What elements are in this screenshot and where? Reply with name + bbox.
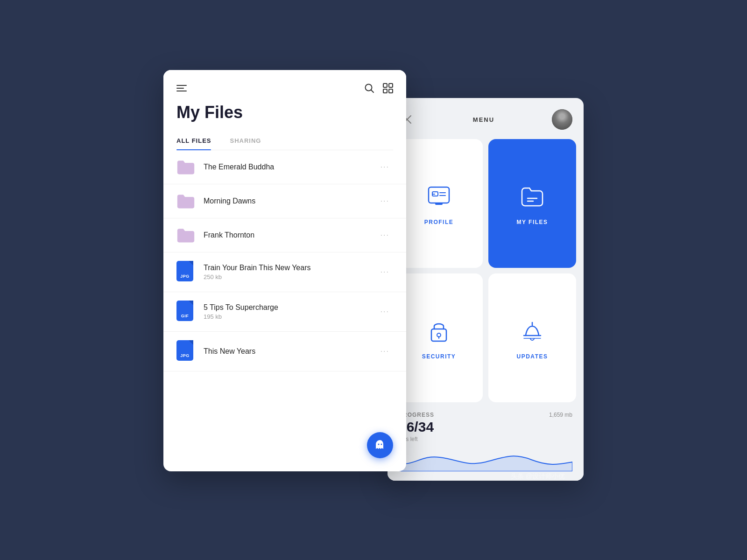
svg-rect-4 — [383, 89, 387, 93]
ghost-icon — [374, 439, 387, 452]
more-options-button[interactable]: ··· — [377, 195, 393, 207]
file-badge-gif: GIF — [176, 301, 195, 323]
watermark: 头条 @设计师小优 — [511, 472, 565, 481]
tab-all-files[interactable]: ALL FILES — [176, 132, 211, 150]
list-item[interactable]: JPG This New Years ··· — [163, 332, 406, 371]
progress-wave — [399, 448, 572, 471]
file-info: Morning Dawns — [204, 197, 377, 205]
panel-header: My Files ALL FILES SHARING — [163, 70, 406, 150]
folder-icon — [176, 159, 195, 175]
my-files-panel: My Files ALL FILES SHARING The Emerald B… — [163, 70, 406, 471]
profile-icon — [424, 182, 454, 211]
progress-size: 1,659 mb — [549, 412, 572, 418]
progress-sub: files left — [399, 436, 572, 442]
svg-rect-15 — [435, 203, 443, 205]
menu-grid: PROFILE MY FILES — [388, 139, 584, 402]
file-badge-jpg2: JPG — [176, 340, 195, 363]
file-info: This New Years — [204, 347, 377, 356]
tab-sharing[interactable]: SHARING — [230, 132, 261, 150]
security-icon — [424, 316, 454, 346]
file-info: Train Your Brain This New Years 250 kb — [204, 264, 377, 280]
file-size: 195 kb — [204, 313, 377, 320]
menu-card-updates[interactable]: UPDATES — [488, 273, 576, 402]
my-files-icon — [517, 182, 547, 211]
file-info: 5 Tips To Supercharge 195 kb — [204, 303, 377, 320]
menu-header: MENU — [388, 98, 584, 139]
menu-card-my-files[interactable]: MY FILES — [488, 139, 576, 268]
svg-line-1 — [371, 90, 374, 93]
svg-rect-3 — [389, 84, 393, 87]
security-label: SECURITY — [422, 353, 456, 360]
my-files-label: MY FILES — [516, 219, 548, 225]
file-name: This New Years — [204, 347, 377, 356]
progress-count: 16/34 — [399, 420, 572, 434]
svg-point-7 — [381, 444, 382, 445]
more-options-button[interactable]: ··· — [377, 306, 393, 318]
search-button[interactable] — [364, 83, 374, 93]
file-info: Frank Thornton — [204, 231, 377, 239]
menu-panel: MENU PROFILE — [388, 98, 584, 481]
svg-rect-2 — [383, 84, 387, 87]
svg-point-6 — [378, 444, 380, 445]
svg-rect-12 — [432, 194, 435, 195]
profile-label: PROFILE — [424, 219, 454, 225]
folder-icon — [176, 227, 195, 244]
more-options-button[interactable]: ··· — [377, 345, 393, 357]
more-options-button[interactable]: ··· — [377, 266, 393, 278]
file-info: The Emerald Buddha — [204, 163, 377, 171]
updates-icon — [517, 316, 547, 346]
progress-section: PROGRESS 1,659 mb 16/34 files left — [388, 402, 584, 481]
list-item[interactable]: Morning Dawns ··· — [163, 184, 406, 218]
list-item[interactable]: GIF 5 Tips To Supercharge 195 kb ··· — [163, 292, 406, 332]
page-title: My Files — [176, 103, 393, 122]
more-options-button[interactable]: ··· — [377, 161, 393, 173]
avatar[interactable] — [552, 109, 572, 130]
svg-rect-5 — [389, 89, 393, 93]
progress-header: PROGRESS 1,659 mb — [399, 412, 572, 418]
tabs: ALL FILES SHARING — [176, 132, 393, 150]
more-options-button[interactable]: ··· — [377, 229, 393, 241]
file-name: 5 Tips To Supercharge — [204, 303, 377, 312]
header-icons — [176, 83, 393, 93]
svg-rect-10 — [429, 187, 449, 203]
file-name: Frank Thornton — [204, 231, 377, 239]
file-name: Morning Dawns — [204, 197, 377, 205]
file-name: Train Your Brain This New Years — [204, 264, 377, 272]
menu-card-security[interactable]: SECURITY — [395, 273, 483, 402]
menu-card-profile[interactable]: PROFILE — [395, 139, 483, 268]
list-item[interactable]: Frank Thornton ··· — [163, 218, 406, 252]
file-badge-jpg: JPG — [176, 261, 195, 283]
grid-view-button[interactable] — [383, 83, 393, 93]
header-right-icons — [364, 83, 393, 93]
file-size: 250 kb — [204, 273, 377, 280]
avatar-image — [552, 109, 572, 130]
updates-label: UPDATES — [517, 353, 548, 360]
file-name: The Emerald Buddha — [204, 163, 377, 171]
files-list: The Emerald Buddha ··· Morning Dawns ··· — [163, 150, 406, 371]
list-item[interactable]: JPG Train Your Brain This New Years 250 … — [163, 252, 406, 292]
svg-rect-18 — [431, 329, 446, 341]
fab-button[interactable] — [367, 432, 393, 458]
folder-icon — [176, 193, 195, 210]
menu-title: MENU — [473, 116, 494, 123]
list-item[interactable]: The Emerald Buddha ··· — [163, 150, 406, 184]
hamburger-icon[interactable] — [176, 85, 187, 91]
